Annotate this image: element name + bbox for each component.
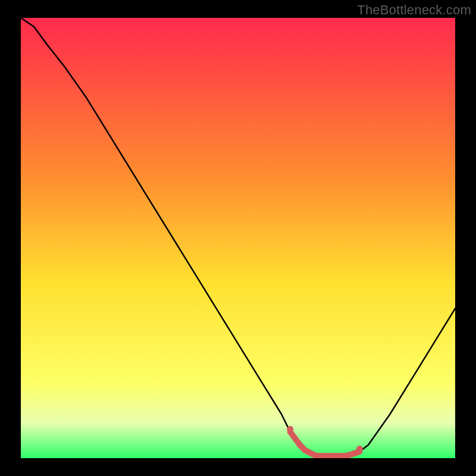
bottleneck-chart [0, 0, 476, 476]
watermark-text: TheBottleneck.com [357, 2, 471, 18]
highlight-endpoint [356, 446, 363, 452]
plot-background [21, 18, 455, 458]
chart-frame: TheBottleneck.com [0, 0, 476, 476]
highlight-endpoint [287, 426, 293, 433]
